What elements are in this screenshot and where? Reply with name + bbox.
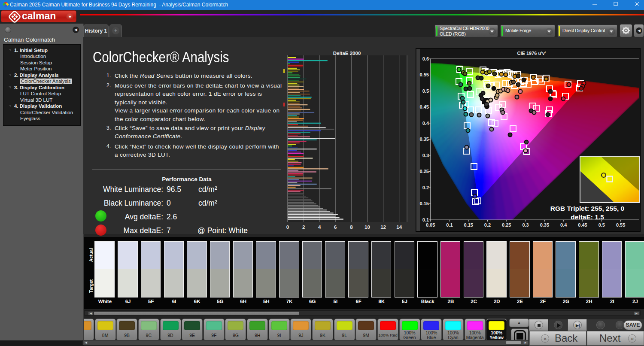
svg-text:12: 12: [380, 225, 386, 230]
svg-text:0.55: 0.55: [420, 72, 429, 77]
svg-text:0.35: 0.35: [540, 222, 549, 228]
svg-text:0.35: 0.35: [420, 137, 429, 142]
svg-text:6: 6: [334, 225, 337, 230]
svg-text:4: 4: [318, 225, 321, 230]
svg-text:0.4: 0.4: [422, 121, 429, 126]
svg-text:0.6: 0.6: [422, 56, 429, 61]
svg-text:DeltaE 2000: DeltaE 2000: [333, 51, 361, 56]
svg-text:0.45: 0.45: [420, 104, 429, 109]
svg-text:8: 8: [350, 225, 353, 230]
svg-text:14: 14: [396, 225, 402, 230]
svg-text:0.3: 0.3: [422, 153, 429, 158]
svg-text:0.05: 0.05: [426, 222, 435, 228]
svg-text:RGB Triplet: 255, 255, 0: RGB Triplet: 255, 255, 0: [550, 205, 624, 212]
svg-text:2: 2: [302, 225, 305, 230]
svg-text:0.4: 0.4: [560, 222, 567, 228]
svg-text:0.15: 0.15: [420, 201, 429, 206]
svg-text:0.55: 0.55: [616, 222, 625, 228]
svg-text:0.5: 0.5: [598, 222, 605, 228]
svg-text:deltaE: 1.5: deltaE: 1.5: [571, 213, 604, 221]
svg-text:0.2: 0.2: [484, 222, 491, 228]
svg-text:0.1: 0.1: [422, 217, 429, 222]
svg-text:0.15: 0.15: [464, 222, 473, 228]
svg-text:10: 10: [365, 225, 370, 230]
svg-text:0.25: 0.25: [420, 169, 429, 174]
svg-text:0.5: 0.5: [422, 88, 429, 94]
svg-text:CIE 1976 u'v': CIE 1976 u'v': [517, 51, 546, 56]
svg-text:0.3: 0.3: [522, 222, 529, 228]
svg-text:0: 0: [286, 225, 289, 230]
svg-text:0.2: 0.2: [422, 185, 429, 190]
svg-text:0.25: 0.25: [502, 222, 511, 228]
svg-text:0.45: 0.45: [578, 222, 587, 228]
svg-text:0.1: 0.1: [446, 222, 453, 228]
